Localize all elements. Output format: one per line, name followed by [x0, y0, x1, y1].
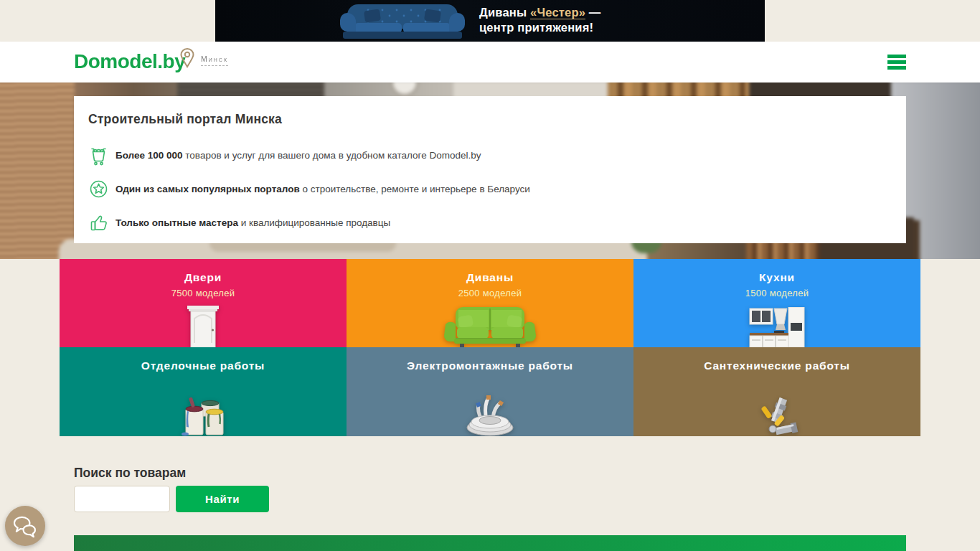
- tile-title: Электромонтажные работы: [347, 359, 633, 372]
- feature-list: Более 100 000 товаров и услуг для вашего…: [88, 144, 885, 233]
- city-label: Минск: [201, 55, 228, 66]
- page-title: Строительный портал Минска: [88, 112, 885, 127]
- intro-card: Строительный портал Минска Более 100 000…: [74, 96, 906, 243]
- feature-item: Один из самых популярных порталов о стро…: [88, 178, 885, 199]
- chat-icon: [10, 512, 40, 540]
- search-input[interactable]: [74, 486, 170, 512]
- tile-santehnicheskie[interactable]: Сантехнические работы: [633, 347, 920, 436]
- chester-sofa-image: [336, 1, 469, 42]
- ad-line1-suffix: —: [585, 6, 600, 19]
- tile-elektromontazhnye[interactable]: Электромонтажные работы: [347, 347, 633, 436]
- award-icon: [88, 178, 108, 199]
- tile-divany[interactable]: Диваны 2500 моделей: [347, 259, 633, 347]
- tile-title: Отделочные работы: [60, 359, 347, 372]
- search-button[interactable]: Найти: [176, 486, 269, 512]
- pipe-fittings-image: [755, 396, 798, 436]
- ad-line2: центр притяжения!: [479, 20, 601, 35]
- city-picker[interactable]: Минск: [179, 47, 228, 69]
- kitchen-image: [748, 307, 806, 347]
- chat-widget-button[interactable]: [5, 506, 45, 546]
- feature-item: Только опытные мастера и квалифицированн…: [88, 212, 885, 233]
- search-section-title: Поиск по товарам: [74, 466, 186, 481]
- ad-line1-prefix: Диваны: [479, 6, 530, 19]
- logo[interactable]: Domodel.by: [74, 50, 185, 73]
- bottom-banner-strip[interactable]: [74, 535, 906, 551]
- sofa-image: [444, 307, 536, 347]
- feature-item: Более 100 000 товаров и услуг для вашего…: [88, 144, 885, 166]
- thumbs-up-icon: [88, 212, 108, 233]
- feature-text: Один из самых популярных порталов о стро…: [116, 184, 530, 194]
- top-ad-banner[interactable]: Диваны «Честер» — центр притяжения!: [215, 0, 765, 42]
- tile-subtitle: 1500 моделей: [633, 288, 920, 298]
- location-pin-icon: [179, 47, 195, 69]
- ad-chester-link[interactable]: «Честер»: [530, 6, 585, 19]
- tile-subtitle: 7500 моделей: [60, 288, 347, 298]
- hamburger-menu-icon[interactable]: [887, 55, 906, 70]
- feature-text: Более 100 000 товаров и услуг для вашего…: [116, 150, 481, 161]
- tile-title: Диваны: [347, 271, 633, 284]
- tile-subtitle: 2500 моделей: [347, 288, 633, 298]
- tile-title: Двери: [60, 271, 347, 284]
- feature-text: Только опытные мастера и квалифицированн…: [116, 217, 390, 228]
- tile-kuhni[interactable]: Кухни 1500 моделей: [633, 259, 920, 347]
- header: Domodel.by Минск: [0, 42, 980, 83]
- tile-title: Кухни: [633, 271, 920, 284]
- door-image: [187, 306, 220, 347]
- cart-icon: [88, 144, 108, 166]
- ad-banner-text: Диваны «Честер» — центр притяжения!: [479, 5, 601, 35]
- category-tiles: Двери 7500 моделей Диваны 2500 моделей: [60, 259, 920, 436]
- cable-coil-image: [464, 395, 516, 436]
- tile-dveri[interactable]: Двери 7500 моделей: [60, 259, 347, 347]
- paint-cans-image: [180, 396, 226, 436]
- tile-title: Сантехнические работы: [633, 359, 920, 372]
- tile-otdelochnye[interactable]: Отделочные работы: [60, 347, 347, 436]
